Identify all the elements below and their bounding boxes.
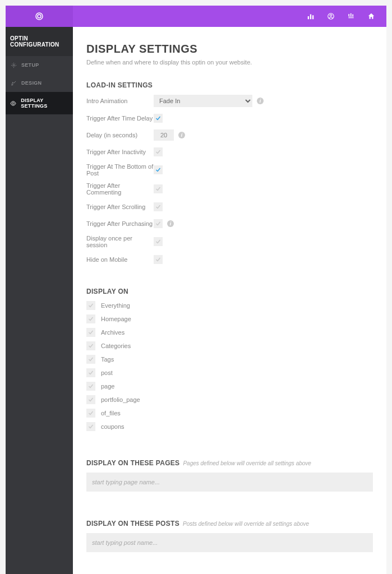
display-item: Homepage (86, 314, 373, 323)
display-item-label: post (101, 369, 113, 376)
gear-icon (10, 62, 17, 68)
sidebar-item-label: DESIGN (21, 80, 41, 86)
delay-label: Delay (in seconds) (86, 132, 154, 138)
sidebar: OPTIN CONFIGURATION SETUP DESIGN DISPLAY… (6, 27, 73, 574)
display-item-label: Tags (101, 356, 114, 363)
display-item: Everything (86, 301, 373, 310)
pages-input[interactable] (86, 473, 373, 492)
hide-mobile-checkbox[interactable] (154, 255, 163, 264)
intro-animation-select[interactable]: Fade In (154, 95, 252, 107)
display-item: portfolio_page (86, 395, 373, 404)
display-once-checkbox[interactable] (154, 237, 163, 246)
display-item-label: Homepage (101, 316, 131, 322)
svg-rect-9 (352, 15, 353, 17)
design-icon (10, 80, 17, 86)
sidebar-item-label: SETUP (21, 62, 39, 68)
svg-rect-2 (308, 16, 309, 19)
content-area: DISPLAY SETTINGS Define when and where t… (73, 27, 386, 574)
display-item-label: page (101, 383, 114, 390)
displayon-archives-checkbox[interactable] (86, 328, 95, 337)
user-icon[interactable] (327, 12, 335, 20)
info-icon[interactable]: i (167, 220, 174, 227)
trigger-inactivity-checkbox[interactable] (154, 147, 163, 156)
displayon-everything-checkbox[interactable] (86, 301, 95, 310)
display-item: Archives (86, 328, 373, 337)
display-item-label: of_files (101, 410, 121, 416)
page-subtitle: Define when and where to display this op… (86, 59, 373, 66)
intro-animation-label: Intro Animation (86, 98, 154, 104)
displayon-page-checkbox[interactable] (86, 382, 95, 391)
home-icon[interactable] (367, 12, 375, 20)
stats-icon[interactable] (307, 12, 315, 20)
trigger-commenting-checkbox[interactable] (154, 184, 163, 193)
logo-icon (34, 11, 44, 21)
svg-point-0 (36, 13, 43, 20)
display-item: page (86, 382, 373, 391)
svg-point-1 (38, 15, 41, 18)
info-icon[interactable]: i (178, 132, 185, 138)
trigger-scrolling-label: Trigger After Scrolling (86, 203, 154, 210)
svg-rect-4 (312, 15, 313, 19)
trigger-time-label: Trigger After Time Delay (86, 115, 154, 122)
sidebar-item-label: DISPLAY SETTINGS (21, 98, 68, 109)
trigger-inactivity-label: Trigger After Inactivity (86, 149, 154, 155)
svg-rect-3 (310, 15, 311, 20)
displayon-portfolio-checkbox[interactable] (86, 395, 95, 404)
loadin-section-title: LOAD-IN SETTINGS (86, 81, 373, 89)
displayon-offiles-checkbox[interactable] (86, 409, 95, 418)
displayon-coupons-checkbox[interactable] (86, 422, 95, 431)
display-item: coupons (86, 422, 373, 431)
svg-rect-7 (348, 14, 349, 16)
delay-input[interactable] (154, 129, 174, 141)
hide-mobile-label: Hide on Mobile (86, 256, 154, 263)
display-once-label: Display once per session (86, 235, 154, 248)
posts-input[interactable] (86, 533, 373, 552)
sidebar-item-design[interactable]: DESIGN (6, 74, 73, 92)
displayon-post-checkbox[interactable] (86, 368, 95, 377)
trigger-commenting-label: Trigger After Commenting (86, 182, 154, 196)
pages-hint: Pages defined below will override all se… (183, 460, 311, 466)
page-title: DISPLAY SETTINGS (86, 43, 373, 55)
display-item: Categories (86, 341, 373, 350)
pages-section-title: DISPLAY ON THESE PAGES (86, 459, 179, 467)
trigger-bottom-label: Trigger At The Bottom of Post (86, 163, 154, 177)
display-item-label: Everything (101, 302, 130, 309)
posts-section-title: DISPLAY ON THESE POSTS (86, 520, 179, 527)
svg-point-11 (12, 102, 15, 104)
svg-point-6 (330, 15, 332, 17)
display-item-label: Categories (101, 342, 131, 349)
display-item: Tags (86, 355, 373, 364)
display-item-label: portfolio_page (101, 396, 140, 403)
logo-area (6, 6, 73, 27)
sidebar-item-setup[interactable]: SETUP (6, 56, 73, 74)
svg-rect-8 (351, 13, 352, 16)
displayon-homepage-checkbox[interactable] (86, 314, 95, 323)
trigger-scrolling-checkbox[interactable] (154, 202, 163, 211)
topbar (6, 6, 386, 27)
display-icon (10, 100, 16, 107)
sidebar-item-display-settings[interactable]: DISPLAY SETTINGS (6, 92, 73, 114)
posts-hint: Posts defined below will override all se… (183, 521, 309, 527)
display-item-label: coupons (101, 423, 124, 430)
display-item: post (86, 368, 373, 377)
displayon-tags-checkbox[interactable] (86, 355, 95, 364)
trigger-time-checkbox[interactable] (154, 114, 163, 123)
trigger-purchasing-checkbox[interactable] (154, 219, 163, 228)
trigger-purchasing-label: Trigger After Purchasing (86, 220, 154, 227)
svg-point-10 (13, 64, 15, 66)
config-icon[interactable] (347, 12, 355, 20)
displayon-section-title: DISPLAY ON (86, 288, 373, 295)
displayon-categories-checkbox[interactable] (86, 341, 95, 350)
display-item-label: Archives (101, 329, 124, 336)
display-item: of_files (86, 409, 373, 418)
trigger-bottom-checkbox[interactable] (154, 165, 163, 174)
sidebar-header: OPTIN CONFIGURATION (6, 27, 73, 56)
info-icon[interactable]: i (257, 98, 264, 104)
